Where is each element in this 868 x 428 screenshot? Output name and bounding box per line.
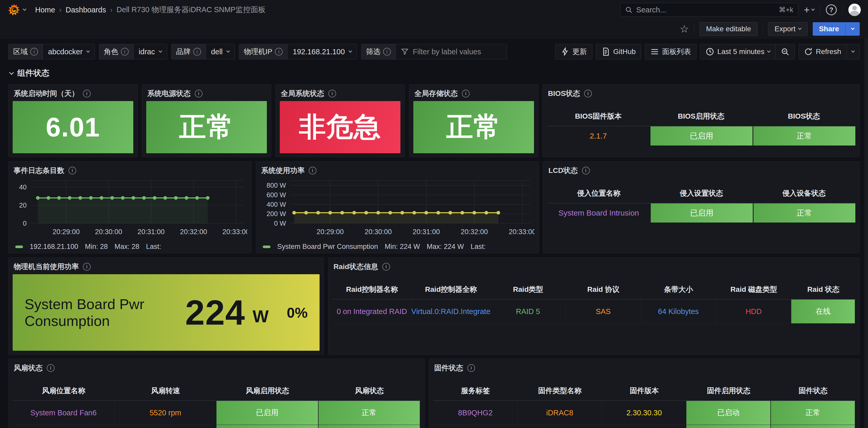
system-power-chart[interactable]: 0 W200 W400 W600 W800 W20:29:0020:30:002… [260,178,534,241]
row-toggle-component-status[interactable]: 组件状态 [10,68,860,79]
export-button[interactable]: Export [768,22,808,36]
variable-region-label: 区域 [13,47,28,57]
panel-title[interactable]: 事件日志条目数i [13,165,247,178]
info-icon[interactable]: i [582,167,590,175]
star-favorite-button[interactable]: ☆ [680,23,689,35]
gauge-value: 224 [185,292,245,333]
info-icon[interactable]: i [462,90,470,97]
panel-title[interactable]: 系统启动时间（天）i [13,88,133,101]
firmware-enabled-cell: 已启动 [686,401,771,425]
intrusion-enabled-cell: 已启用 [651,204,752,222]
panel-title[interactable]: 全局存储状态i [413,88,534,101]
power-gauge: System Board Pwr Consumption 224 W 0% [13,274,319,351]
raid-stripe-cell: 64 Kilobytes [641,300,716,323]
grafana-logo-menu[interactable] [7,3,26,17]
dashboard-toolbar: ☆ Make editable Export Share [0,20,868,38]
github-button[interactable]: GitHub [596,44,641,59]
raid-controller-fullname-cell: Virtual.0:RAID.Integrate [411,300,491,323]
update-button[interactable]: 更新 [555,44,592,59]
panel-title[interactable]: BIOS状态i [547,88,855,101]
panel-fan-status: 风扇状态i 风扇位置名称 风扇转速 风扇启用状态 风扇状态 System Boa… [8,359,425,428]
add-new-button[interactable]: + [804,4,814,16]
info-icon[interactable]: i [275,48,283,56]
info-icon[interactable]: i [121,48,129,56]
event-log-chart[interactable]: 0204020:29:0020:30:0020:31:0020:32:0020:… [13,178,247,241]
search-input[interactable]: Search... ⌘+k [620,3,798,17]
share-dropdown-button[interactable] [845,22,860,36]
panel-title[interactable]: 系统使用功率i [260,165,534,178]
column-header: 固件类型名称 [518,382,602,400]
panel-title[interactable]: LCD状态i [548,165,855,178]
panel-title-text: 全局系统状态 [281,89,324,98]
refresh-button[interactable]: Refresh [799,44,846,59]
fan-location-cell: System Board Fan6 [13,401,115,425]
info-icon[interactable]: i [467,364,475,372]
info-icon[interactable]: i [382,263,390,271]
variable-filter-label: 筛选 [366,47,380,57]
panel-global-storage-status: 全局存储状态i 正常 [409,84,538,157]
variable-region[interactable]: 区域i abcdocker [8,44,95,59]
legend-last: Last: [471,243,486,251]
table-row: System Board Fan6 5520 rpm 已启用 正常 [13,401,420,425]
info-icon[interactable]: i [47,364,55,372]
info-icon[interactable]: i [584,90,592,97]
label-filter-input[interactable]: Filter by label values [396,44,506,59]
bios-table: BIOS固件版本 BIOS启用状态 BIOS状态 2.1.7 已启用 正常 [547,108,855,146]
breadcrumb: Home › Dashboards › Dell R730 物理服务器iDRAC… [35,5,266,15]
variable-host-ip[interactable]: 物理机IPi 192.168.21.100 [239,44,357,59]
info-icon[interactable]: i [83,263,91,271]
info-icon[interactable]: i [193,48,201,56]
info-icon[interactable]: i [30,48,38,56]
panel-title[interactable]: 系统电源状态i [146,88,267,101]
list-icon [650,47,659,56]
info-icon[interactable]: i [309,167,316,175]
variable-role[interactable]: 角色i idrac [99,44,167,59]
time-range-picker[interactable]: Last 5 minutes [700,44,776,59]
share-button[interactable]: Share [813,22,845,36]
info-icon[interactable]: i [195,90,203,97]
breadcrumb-home[interactable]: Home [35,6,55,14]
info-icon[interactable]: i [328,90,336,97]
divider [820,4,820,16]
variable-brand-label: 品牌 [176,47,191,57]
panel-lcd-status: LCD状态i 侵入位置名称 侵入设置状态 侵入设备状态 System Board… [543,161,860,253]
info-icon[interactable]: i [68,167,76,175]
info-icon[interactable]: i [83,90,91,97]
divider [842,4,843,16]
fan-table: 风扇位置名称 风扇转速 风扇启用状态 风扇状态 System Board Fan… [13,382,420,428]
svg-text:20:29:00: 20:29:00 [316,228,344,236]
svg-text:600 W: 600 W [267,191,286,199]
scrollbar[interactable] [864,38,868,428]
refresh-interval-dropdown[interactable] [846,44,860,59]
breadcrumb-dashboards[interactable]: Dashboards [66,6,106,14]
breadcrumb-separator: › [59,6,61,14]
panel-title[interactable]: Raid状态信息i [333,261,855,274]
panel-title[interactable]: 风扇状态i [13,363,420,375]
panel-title[interactable]: 固件状态i [433,363,855,375]
legend-max: Max: 28 [115,243,139,251]
panel-list-button[interactable]: 面板列表 [645,44,696,59]
variable-brand[interactable]: 品牌i dell [171,44,235,59]
lcd-table: 侵入位置名称 侵入设置状态 侵入设备状态 System Board Intrus… [548,185,855,222]
help-button[interactable]: ? [826,4,837,15]
breadcrumb-current-dashboard: Dell R730 物理服务器iDRAC SNMP监控面板 [117,5,266,15]
svg-text:20:30:00: 20:30:00 [365,228,392,236]
chevron-down-icon [348,49,352,53]
info-icon[interactable]: i [383,48,391,56]
raid-controller-name-cell: 0 on Integrated RAID [333,300,411,323]
legend-series-name[interactable]: 192.168.21.100 [30,243,78,251]
panel-title-text: 事件日志条目数 [14,166,64,176]
filter-placeholder: Filter by label values [413,48,481,56]
user-avatar[interactable] [848,4,861,16]
search-placeholder: Search... [636,6,666,14]
zoom-out-time-button[interactable] [776,44,795,59]
legend-series-name[interactable]: System Board Pwr Consumption [277,243,378,251]
svg-text:0: 0 [23,219,27,227]
panel-title[interactable]: 全局系统状态i [280,88,400,101]
chevron-down-icon [851,26,854,30]
panel-title[interactable]: 物理机当前使用功率i [13,261,319,274]
plus-icon: + [804,4,810,16]
bios-version-cell: 2.1.7 [547,126,650,146]
lightning-icon [561,47,569,56]
make-editable-button[interactable]: Make editable [700,22,757,36]
